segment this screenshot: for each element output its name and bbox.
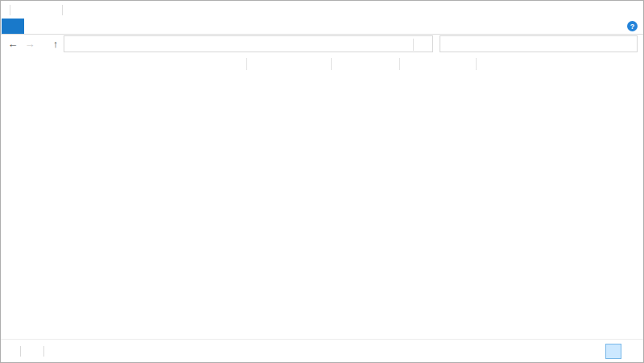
- file-explorer-window: ? ← → ↑: [0, 0, 644, 363]
- address-dropdown-icon[interactable]: [395, 37, 413, 52]
- title-bar: [1, 1, 643, 19]
- refresh-button[interactable]: [414, 37, 431, 52]
- qat-properties-button[interactable]: [14, 2, 29, 17]
- status-divider: [20, 346, 21, 357]
- minimize-button[interactable]: [566, 1, 592, 19]
- titlebar-separator: [62, 5, 63, 15]
- ribbon-right-controls: ?: [620, 19, 638, 34]
- column-divider: [331, 58, 332, 70]
- titlebar-separator: [10, 5, 10, 15]
- search-input[interactable]: [452, 39, 637, 49]
- tab-file[interactable]: [2, 19, 24, 34]
- column-headers: [102, 55, 644, 73]
- column-divider: [399, 58, 400, 70]
- qat-new-folder-button[interactable]: [29, 2, 43, 17]
- file-pane: [97, 55, 644, 339]
- ribbon-tabs-row: ?: [1, 19, 643, 35]
- qat-customize-button[interactable]: [43, 2, 58, 17]
- forward-button[interactable]: →: [23, 37, 36, 52]
- up-button[interactable]: ↑: [49, 37, 62, 52]
- navigation-bar: ← → ↑: [1, 35, 643, 56]
- help-icon[interactable]: ?: [627, 21, 638, 31]
- status-bar: [1, 339, 643, 363]
- address-bar[interactable]: [64, 35, 433, 52]
- column-divider: [246, 58, 247, 70]
- search-box: [440, 35, 638, 52]
- sidebar: [1, 55, 97, 339]
- back-button[interactable]: ←: [6, 37, 19, 52]
- close-button[interactable]: [617, 1, 643, 19]
- maximize-button[interactable]: [592, 1, 617, 19]
- column-divider: [476, 58, 477, 70]
- thumbnails-view-button[interactable]: [624, 344, 640, 359]
- view-switcher: [605, 344, 640, 359]
- details-view-button[interactable]: [605, 344, 621, 359]
- status-divider: [43, 346, 44, 357]
- address-bar-controls: [395, 37, 431, 52]
